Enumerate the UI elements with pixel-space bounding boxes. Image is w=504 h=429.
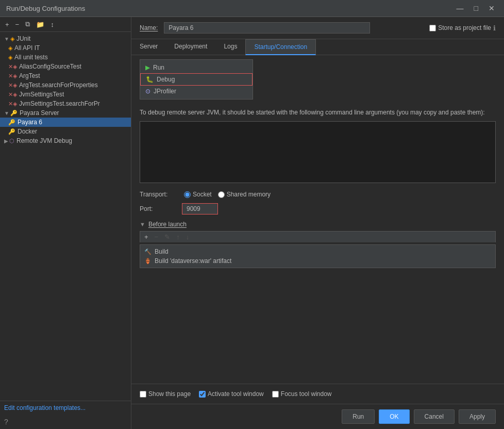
port-input[interactable] <box>182 203 218 214</box>
before-launch-header[interactable]: ▼ Before launch <box>140 221 496 228</box>
folder-config-button[interactable]: 📁 <box>34 20 46 29</box>
junit-error-icon: ✕◈ <box>8 101 17 107</box>
tab-server[interactable]: Server <box>131 39 166 55</box>
sidebar-item-argtest-search[interactable]: ✕◈ ArgTest.searchForProperties <box>0 80 131 90</box>
sidebar-tree: ▼ ◈ JUnit ◈ All API IT ◈ All unit tests … <box>0 32 131 401</box>
ok-button[interactable]: OK <box>379 409 409 424</box>
store-info-icon[interactable]: ℹ <box>493 24 496 32</box>
shared-memory-label[interactable]: Shared memory <box>227 191 271 198</box>
show-page-check[interactable]: Show this page <box>140 390 191 398</box>
help-button[interactable]: ? <box>0 415 131 429</box>
sidebar-item-remote-jvm-debug[interactable]: ▶ ⬡ Remote JVM Debug <box>0 136 131 145</box>
bl-item-build-artifact[interactable]: 🏺 Build 'dataverse:war' artifact <box>144 256 491 266</box>
arrow-icon: ▶ <box>4 138 8 144</box>
junit-error-icon: ✕◈ <box>8 82 17 89</box>
mode-debug[interactable]: 🐛 Debug <box>140 73 253 86</box>
bl-down-button[interactable]: ↓ <box>184 233 192 241</box>
action-buttons: Run OK Cancel Apply <box>131 404 504 429</box>
mode-jprofiler[interactable]: ⊙ JProfiler <box>140 86 253 97</box>
store-project-checkbox[interactable] <box>429 25 436 31</box>
window-controls: — □ ✕ <box>453 3 498 13</box>
close-button[interactable]: ✕ <box>485 3 498 13</box>
apply-button[interactable]: Apply <box>459 409 496 424</box>
remote-debug-icon: ⬡ <box>9 138 14 144</box>
junit-icon: ◈ <box>8 45 12 52</box>
artifact-icon: 🏺 <box>144 258 152 265</box>
run-button[interactable]: Run <box>342 409 375 424</box>
tab-logs[interactable]: Logs <box>215 39 245 55</box>
sidebar-item-alias-config[interactable]: ✕◈ AliasConfigSourceTest <box>0 62 131 71</box>
server-icon: 🔑 <box>8 119 15 126</box>
before-launch-section: ▼ Before launch + − ✎ ↑ ↓ 🔨 Build <box>140 221 496 268</box>
sidebar-toolbar: + − ⧉ 📁 ↕ <box>0 17 131 32</box>
bottom-options: Show this page Activate tool window Focu… <box>131 384 504 404</box>
code-area[interactable] <box>140 121 496 183</box>
bl-remove-button[interactable]: − <box>153 233 161 241</box>
run-icon: ▶ <box>145 64 150 71</box>
focus-tool-checkbox[interactable] <box>272 391 279 398</box>
arrow-icon: ▼ <box>4 36 9 42</box>
before-launch-list: 🔨 Build 🏺 Build 'dataverse:war' artifact <box>140 244 496 268</box>
store-project-area: Store as project file ℹ <box>429 24 496 32</box>
description-text: To debug remote server JVM, it should be… <box>140 108 496 117</box>
show-page-checkbox[interactable] <box>140 391 146 398</box>
main-content: + − ⧉ 📁 ↕ ▼ ◈ JUnit ◈ All API IT ◈ All u… <box>0 17 504 429</box>
build-icon: 🔨 <box>144 249 152 255</box>
tab-deployment[interactable]: Deployment <box>166 39 215 55</box>
add-config-button[interactable]: + <box>3 20 11 29</box>
transport-socket[interactable]: Socket <box>184 191 212 198</box>
sidebar-footer: Edit configuration templates... <box>0 401 131 415</box>
mode-run[interactable]: ▶ Run <box>140 62 253 73</box>
sidebar-item-payara-6[interactable]: 🔑 Payara 6 <box>0 118 131 127</box>
bl-item-build[interactable]: 🔨 Build <box>144 247 491 256</box>
right-panel: Name: Store as project file ℹ Server Dep… <box>131 17 504 429</box>
tabs-bar: Server Deployment Logs Startup/Connectio… <box>131 39 504 55</box>
before-launch-arrow-icon: ▼ <box>140 221 145 227</box>
bl-edit-button[interactable]: ✎ <box>162 233 172 241</box>
title-bar: Run/Debug Configurations — □ ✕ <box>0 0 504 17</box>
sidebar: + − ⧉ 📁 ↕ ▼ ◈ JUnit ◈ All API IT ◈ All u… <box>0 17 131 429</box>
maximize-button[interactable]: □ <box>471 3 481 13</box>
focus-tool-label[interactable]: Focus tool window <box>281 390 332 398</box>
before-launch-toolbar: + − ✎ ↑ ↓ <box>140 231 496 242</box>
sidebar-item-jvm-settings[interactable]: ✕◈ JvmSettingsTest <box>0 90 131 99</box>
socket-label[interactable]: Socket <box>193 191 212 198</box>
junit-error-icon: ✕◈ <box>8 91 17 98</box>
focus-tool-check[interactable]: Focus tool window <box>272 390 332 398</box>
sort-config-button[interactable]: ↕ <box>48 20 56 29</box>
tab-content: ▶ Run 🐛 Debug ⊙ JProfiler To debug remot… <box>131 55 504 384</box>
port-row: Port: <box>140 203 496 214</box>
sidebar-item-docker[interactable]: 🔑 Docker <box>0 127 131 136</box>
sidebar-item-jvm-settings-search[interactable]: ✕◈ JvmSettingsTest.searchForPr <box>0 99 131 108</box>
sidebar-item-argtest[interactable]: ✕◈ ArgTest <box>0 71 131 80</box>
transport-label: Transport: <box>140 191 176 198</box>
cancel-button[interactable]: Cancel <box>414 409 455 424</box>
activate-tool-check[interactable]: Activate tool window <box>199 390 264 398</box>
transport-shared-memory[interactable]: Shared memory <box>218 191 271 198</box>
copy-config-button[interactable]: ⧉ <box>23 19 32 29</box>
sidebar-item-all-api-it[interactable]: ◈ All API IT <box>0 43 131 53</box>
sidebar-item-payara-server-group[interactable]: ▼ 🔑 Payara Server <box>0 108 131 118</box>
minimize-button[interactable]: — <box>453 3 467 13</box>
show-page-label[interactable]: Show this page <box>148 390 191 398</box>
sidebar-item-all-unit-tests[interactable]: ◈ All unit tests <box>0 53 131 62</box>
debug-icon: 🐛 <box>146 76 154 83</box>
tab-startup-connection[interactable]: Startup/Connection <box>245 39 316 55</box>
remove-config-button[interactable]: − <box>13 20 22 29</box>
junit-group-icon: ◈ <box>10 36 14 42</box>
mode-selector: ▶ Run 🐛 Debug ⊙ JProfiler <box>140 59 253 100</box>
config-name-input[interactable] <box>164 22 370 34</box>
transport-radio-group: Socket Shared memory <box>184 191 271 198</box>
sidebar-item-junit-group[interactable]: ▼ ◈ JUnit <box>0 34 131 43</box>
docker-icon: 🔑 <box>8 128 15 135</box>
window-title: Run/Debug Configurations <box>6 5 85 12</box>
bl-up-button[interactable]: ↑ <box>174 233 182 241</box>
server-group-icon: 🔑 <box>10 110 18 117</box>
edit-templates-link[interactable]: Edit configuration templates... <box>4 404 86 411</box>
activate-tool-label[interactable]: Activate tool window <box>208 390 264 398</box>
bl-add-button[interactable]: + <box>142 233 150 241</box>
activate-tool-checkbox[interactable] <box>199 391 206 398</box>
junit-error-icon: ✕◈ <box>8 73 17 79</box>
store-project-label[interactable]: Store as project file <box>438 24 491 31</box>
junit-error-icon: ✕◈ <box>8 63 17 70</box>
